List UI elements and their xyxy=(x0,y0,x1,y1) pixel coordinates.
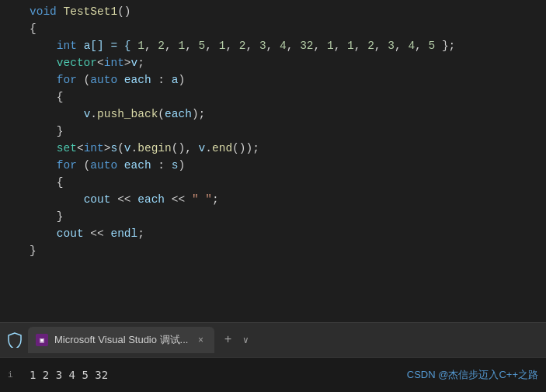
code-line: v.push_back(each); xyxy=(30,106,540,123)
code-line: for (auto each : s) xyxy=(30,157,540,174)
tabs-chevron[interactable]: ∨ xyxy=(238,332,253,348)
code-line: { xyxy=(30,88,540,106)
new-tab-button[interactable]: + xyxy=(217,330,238,350)
code-line: int a[] = { 1, 2, 1, 5, 1, 2, 3, 4, 32, … xyxy=(30,37,540,54)
line-gutter xyxy=(0,0,23,322)
code-line: void TestSet1() xyxy=(30,3,540,20)
vs-icon: ▣ xyxy=(36,334,48,346)
code-line: set<int>s(v.begin(), v.end()); xyxy=(30,140,540,157)
output-text: 1 2 3 4 5 32 xyxy=(30,369,407,381)
code-line: } xyxy=(30,123,540,140)
code-line: cout << endl; xyxy=(30,225,540,242)
code-line: } xyxy=(30,208,540,225)
tab-label: Microsoft Visual Studio 调试... xyxy=(54,333,188,347)
code-content: void TestSet1(){ int a[] = { 1, 2, 1, 5,… xyxy=(23,0,546,322)
taskbar: ▣ Microsoft Visual Studio 调试... × + ∨ xyxy=(0,322,546,357)
code-line: vector<int>v; xyxy=(30,54,540,71)
output-indicator: i xyxy=(8,370,23,380)
code-editor: void TestSet1(){ int a[] = { 1, 2, 1, 5,… xyxy=(0,0,546,322)
code-line: cout << each << " "; xyxy=(30,191,540,208)
shield-icon xyxy=(6,331,23,349)
code-line: for (auto each : a) xyxy=(30,71,540,88)
code-line: } xyxy=(30,242,540,259)
code-line: { xyxy=(30,174,540,191)
code-line: { xyxy=(30,20,540,37)
tab-close-button[interactable]: × xyxy=(194,334,207,346)
output-credit: CSDN @杰信步迈入C++之路 xyxy=(407,368,538,382)
output-bar: i 1 2 3 4 5 32 CSDN @杰信步迈入C++之路 xyxy=(0,357,546,392)
vs-tab[interactable]: ▣ Microsoft Visual Studio 调试... × xyxy=(28,327,214,353)
